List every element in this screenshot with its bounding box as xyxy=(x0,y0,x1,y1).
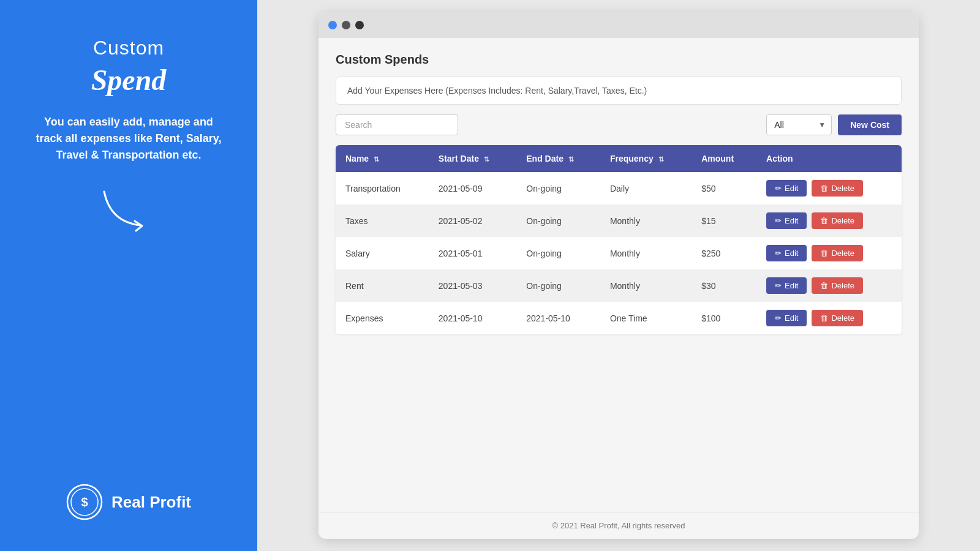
search-input[interactable] xyxy=(336,114,458,135)
table-row: Transportation2021-05-09On-goingDaily$50… xyxy=(336,172,902,204)
cell-1-4: $15 xyxy=(692,204,756,237)
cell-2-1: 2021-05-01 xyxy=(429,237,516,269)
edit-button-2[interactable]: ✏ Edit xyxy=(766,245,807,261)
pencil-icon: ✏ xyxy=(775,249,782,258)
trash-icon: 🗑 xyxy=(820,249,828,258)
cell-3-2: On-going xyxy=(516,269,600,302)
cell-2-4: $250 xyxy=(692,237,756,269)
table-container: Name ⇅ Start Date ⇅ End Date ⇅ Frequency… xyxy=(336,145,902,334)
cell-1-0: Taxes xyxy=(336,204,429,237)
title-custom: Custom xyxy=(93,37,164,59)
info-banner: Add Your Expenses Here (Expenses Include… xyxy=(336,77,902,105)
filter-select-wrapper: All One Time Daily Monthly ▼ xyxy=(766,114,832,135)
trash-icon: 🗑 xyxy=(820,216,828,225)
col-header-name[interactable]: Name ⇅ xyxy=(336,145,429,172)
action-cell-2: ✏ Edit 🗑 Delete xyxy=(756,237,902,269)
sort-icon-freq: ⇅ xyxy=(658,156,664,163)
col-header-start-date[interactable]: Start Date ⇅ xyxy=(429,145,516,172)
cell-3-0: Rent xyxy=(336,269,429,302)
cell-0-1: 2021-05-09 xyxy=(429,172,516,204)
page-title: Custom Spends xyxy=(336,53,902,67)
table-row: Expenses2021-05-102021-05-10One Time$100… xyxy=(336,302,902,334)
cell-0-2: On-going xyxy=(516,172,600,204)
cell-2-0: Salary xyxy=(336,237,429,269)
cell-4-0: Expenses xyxy=(336,302,429,334)
browser-dot-green[interactable] xyxy=(355,21,364,29)
svg-text:$: $ xyxy=(81,495,88,509)
col-header-action: Action xyxy=(756,145,902,172)
delete-button-0[interactable]: 🗑 Delete xyxy=(812,180,863,197)
action-cell-4: ✏ Edit 🗑 Delete xyxy=(756,302,902,334)
delete-button-4[interactable]: 🗑 Delete xyxy=(812,310,863,326)
action-cell-0: ✏ Edit 🗑 Delete xyxy=(756,172,902,204)
footer-text: © 2021 Real Profit, All rights reserved xyxy=(552,521,685,530)
table-body: Transportation2021-05-09On-goingDaily$50… xyxy=(336,172,902,334)
left-content: Custom Spend You can easily add, manage … xyxy=(31,37,227,234)
browser-dot-yellow[interactable] xyxy=(342,21,350,29)
logo-text: Real Profit xyxy=(111,493,191,512)
col-header-end-date[interactable]: End Date ⇅ xyxy=(516,145,600,172)
toolbar: All One Time Daily Monthly ▼ New Cost xyxy=(336,114,902,135)
pencil-icon: ✏ xyxy=(775,313,782,323)
col-header-frequency[interactable]: Frequency ⇅ xyxy=(600,145,692,172)
delete-button-1[interactable]: 🗑 Delete xyxy=(812,212,863,229)
cell-2-2: On-going xyxy=(516,237,600,269)
edit-button-0[interactable]: ✏ Edit xyxy=(766,180,807,197)
cell-4-4: $100 xyxy=(692,302,756,334)
pencil-icon: ✏ xyxy=(775,281,782,290)
cell-1-3: Monthly xyxy=(600,204,692,237)
browser-titlebar xyxy=(318,12,919,38)
browser-footer: © 2021 Real Profit, All rights reserved xyxy=(318,512,919,539)
cell-3-1: 2021-05-03 xyxy=(429,269,516,302)
logo-area: $ Real Profit xyxy=(66,484,191,520)
table-row: Salary2021-05-01On-goingMonthly$250 ✏ Ed… xyxy=(336,237,902,269)
browser-window: Custom Spends Add Your Expenses Here (Ex… xyxy=(318,12,919,539)
sort-icon-name: ⇅ xyxy=(374,156,379,163)
new-cost-button[interactable]: New Cost xyxy=(838,114,902,135)
left-description: You can easily add, manage and track all… xyxy=(31,114,227,163)
trash-icon: 🗑 xyxy=(820,281,828,290)
toolbar-right: All One Time Daily Monthly ▼ New Cost xyxy=(766,114,902,135)
cell-4-2: 2021-05-10 xyxy=(516,302,600,334)
expenses-table: Name ⇅ Start Date ⇅ End Date ⇅ Frequency… xyxy=(336,145,902,334)
cell-3-4: $30 xyxy=(692,269,756,302)
left-panel: Custom Spend You can easily add, manage … xyxy=(0,0,257,551)
pencil-icon: ✏ xyxy=(775,216,782,225)
table-header-row: Name ⇅ Start Date ⇅ End Date ⇅ Frequency… xyxy=(336,145,902,172)
cell-1-1: 2021-05-02 xyxy=(429,204,516,237)
col-header-amount[interactable]: Amount xyxy=(692,145,756,172)
sort-icon-end: ⇅ xyxy=(568,156,574,163)
cell-0-3: Daily xyxy=(600,172,692,204)
delete-button-2[interactable]: 🗑 Delete xyxy=(812,245,863,261)
cell-4-3: One Time xyxy=(600,302,692,334)
edit-button-3[interactable]: ✏ Edit xyxy=(766,277,807,294)
cell-0-4: $50 xyxy=(692,172,756,204)
right-panel: Custom Spends Add Your Expenses Here (Ex… xyxy=(257,0,980,551)
title-spend: Spend xyxy=(91,63,167,97)
cell-1-2: On-going xyxy=(516,204,600,237)
edit-button-1[interactable]: ✏ Edit xyxy=(766,212,807,229)
cell-2-3: Monthly xyxy=(600,237,692,269)
cell-0-0: Transportation xyxy=(336,172,429,204)
cell-3-3: Monthly xyxy=(600,269,692,302)
app-content: Custom Spends Add Your Expenses Here (Ex… xyxy=(318,38,919,512)
delete-button-3[interactable]: 🗑 Delete xyxy=(812,277,863,294)
filter-select[interactable]: All One Time Daily Monthly xyxy=(766,114,832,135)
pencil-icon: ✏ xyxy=(775,184,782,193)
action-cell-1: ✏ Edit 🗑 Delete xyxy=(756,204,902,237)
trash-icon: 🗑 xyxy=(820,184,828,193)
sort-icon-start: ⇅ xyxy=(484,156,489,163)
table-row: Rent2021-05-03On-goingMonthly$30 ✏ Edit … xyxy=(336,269,902,302)
table-row: Taxes2021-05-02On-goingMonthly$15 ✏ Edit… xyxy=(336,204,902,237)
cell-4-1: 2021-05-10 xyxy=(429,302,516,334)
arrow-decoration xyxy=(98,186,159,234)
browser-dot-red[interactable] xyxy=(328,21,337,29)
trash-icon: 🗑 xyxy=(820,313,828,323)
edit-button-4[interactable]: ✏ Edit xyxy=(766,310,807,326)
action-cell-3: ✏ Edit 🗑 Delete xyxy=(756,269,902,302)
logo-icon: $ xyxy=(66,484,103,520)
